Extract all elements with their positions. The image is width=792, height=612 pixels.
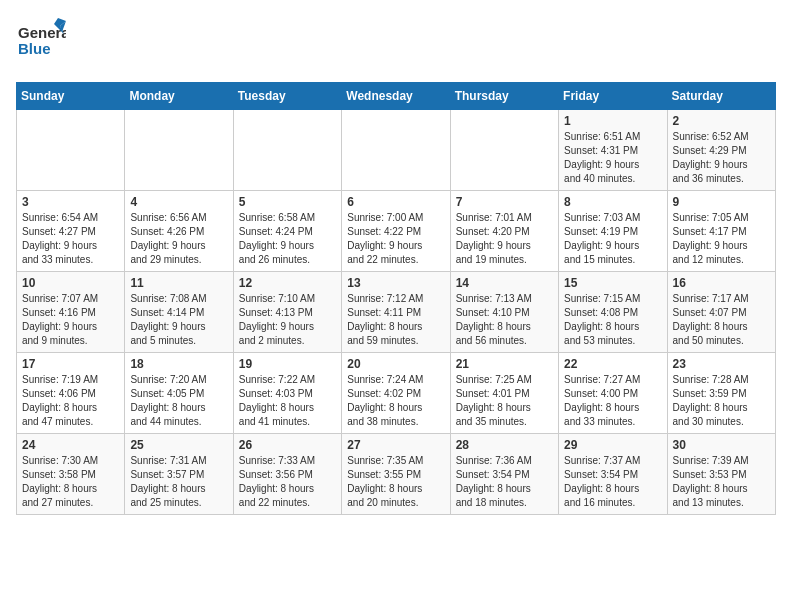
day-number: 19 bbox=[239, 357, 336, 371]
day-info: Sunrise: 6:52 AM Sunset: 4:29 PM Dayligh… bbox=[673, 130, 770, 186]
day-number: 9 bbox=[673, 195, 770, 209]
day-number: 29 bbox=[564, 438, 661, 452]
day-cell: 20Sunrise: 7:24 AM Sunset: 4:02 PM Dayli… bbox=[342, 353, 450, 434]
day-info: Sunrise: 7:20 AM Sunset: 4:05 PM Dayligh… bbox=[130, 373, 227, 429]
day-cell: 16Sunrise: 7:17 AM Sunset: 4:07 PM Dayli… bbox=[667, 272, 775, 353]
week-row-3: 10Sunrise: 7:07 AM Sunset: 4:16 PM Dayli… bbox=[17, 272, 776, 353]
day-info: Sunrise: 7:05 AM Sunset: 4:17 PM Dayligh… bbox=[673, 211, 770, 267]
day-info: Sunrise: 7:08 AM Sunset: 4:14 PM Dayligh… bbox=[130, 292, 227, 348]
day-number: 16 bbox=[673, 276, 770, 290]
column-header-tuesday: Tuesday bbox=[233, 83, 341, 110]
day-cell bbox=[233, 110, 341, 191]
day-cell: 28Sunrise: 7:36 AM Sunset: 3:54 PM Dayli… bbox=[450, 434, 558, 515]
day-info: Sunrise: 7:13 AM Sunset: 4:10 PM Dayligh… bbox=[456, 292, 553, 348]
column-header-saturday: Saturday bbox=[667, 83, 775, 110]
day-number: 26 bbox=[239, 438, 336, 452]
day-number: 22 bbox=[564, 357, 661, 371]
day-cell: 6Sunrise: 7:00 AM Sunset: 4:22 PM Daylig… bbox=[342, 191, 450, 272]
day-info: Sunrise: 7:37 AM Sunset: 3:54 PM Dayligh… bbox=[564, 454, 661, 510]
day-number: 13 bbox=[347, 276, 444, 290]
day-cell bbox=[17, 110, 125, 191]
day-cell bbox=[342, 110, 450, 191]
day-info: Sunrise: 7:33 AM Sunset: 3:56 PM Dayligh… bbox=[239, 454, 336, 510]
day-cell: 24Sunrise: 7:30 AM Sunset: 3:58 PM Dayli… bbox=[17, 434, 125, 515]
logo-icon: General Blue bbox=[16, 16, 66, 70]
day-cell: 12Sunrise: 7:10 AM Sunset: 4:13 PM Dayli… bbox=[233, 272, 341, 353]
day-number: 1 bbox=[564, 114, 661, 128]
week-row-2: 3Sunrise: 6:54 AM Sunset: 4:27 PM Daylig… bbox=[17, 191, 776, 272]
day-info: Sunrise: 6:54 AM Sunset: 4:27 PM Dayligh… bbox=[22, 211, 119, 267]
day-info: Sunrise: 7:07 AM Sunset: 4:16 PM Dayligh… bbox=[22, 292, 119, 348]
day-number: 6 bbox=[347, 195, 444, 209]
day-cell bbox=[450, 110, 558, 191]
day-number: 8 bbox=[564, 195, 661, 209]
day-info: Sunrise: 7:39 AM Sunset: 3:53 PM Dayligh… bbox=[673, 454, 770, 510]
day-info: Sunrise: 6:58 AM Sunset: 4:24 PM Dayligh… bbox=[239, 211, 336, 267]
day-cell: 17Sunrise: 7:19 AM Sunset: 4:06 PM Dayli… bbox=[17, 353, 125, 434]
day-number: 4 bbox=[130, 195, 227, 209]
day-cell: 22Sunrise: 7:27 AM Sunset: 4:00 PM Dayli… bbox=[559, 353, 667, 434]
day-info: Sunrise: 7:31 AM Sunset: 3:57 PM Dayligh… bbox=[130, 454, 227, 510]
day-number: 5 bbox=[239, 195, 336, 209]
day-cell: 30Sunrise: 7:39 AM Sunset: 3:53 PM Dayli… bbox=[667, 434, 775, 515]
svg-text:Blue: Blue bbox=[18, 40, 51, 57]
day-cell: 1Sunrise: 6:51 AM Sunset: 4:31 PM Daylig… bbox=[559, 110, 667, 191]
week-row-4: 17Sunrise: 7:19 AM Sunset: 4:06 PM Dayli… bbox=[17, 353, 776, 434]
day-info: Sunrise: 7:24 AM Sunset: 4:02 PM Dayligh… bbox=[347, 373, 444, 429]
day-cell: 25Sunrise: 7:31 AM Sunset: 3:57 PM Dayli… bbox=[125, 434, 233, 515]
day-cell: 21Sunrise: 7:25 AM Sunset: 4:01 PM Dayli… bbox=[450, 353, 558, 434]
day-number: 7 bbox=[456, 195, 553, 209]
day-cell: 29Sunrise: 7:37 AM Sunset: 3:54 PM Dayli… bbox=[559, 434, 667, 515]
day-info: Sunrise: 7:03 AM Sunset: 4:19 PM Dayligh… bbox=[564, 211, 661, 267]
day-cell: 5Sunrise: 6:58 AM Sunset: 4:24 PM Daylig… bbox=[233, 191, 341, 272]
day-cell: 7Sunrise: 7:01 AM Sunset: 4:20 PM Daylig… bbox=[450, 191, 558, 272]
day-number: 18 bbox=[130, 357, 227, 371]
day-number: 21 bbox=[456, 357, 553, 371]
column-header-wednesday: Wednesday bbox=[342, 83, 450, 110]
day-cell: 27Sunrise: 7:35 AM Sunset: 3:55 PM Dayli… bbox=[342, 434, 450, 515]
day-info: Sunrise: 7:17 AM Sunset: 4:07 PM Dayligh… bbox=[673, 292, 770, 348]
week-row-5: 24Sunrise: 7:30 AM Sunset: 3:58 PM Dayli… bbox=[17, 434, 776, 515]
day-cell: 9Sunrise: 7:05 AM Sunset: 4:17 PM Daylig… bbox=[667, 191, 775, 272]
day-info: Sunrise: 7:19 AM Sunset: 4:06 PM Dayligh… bbox=[22, 373, 119, 429]
day-number: 10 bbox=[22, 276, 119, 290]
day-cell: 19Sunrise: 7:22 AM Sunset: 4:03 PM Dayli… bbox=[233, 353, 341, 434]
day-cell: 18Sunrise: 7:20 AM Sunset: 4:05 PM Dayli… bbox=[125, 353, 233, 434]
day-number: 15 bbox=[564, 276, 661, 290]
day-info: Sunrise: 7:15 AM Sunset: 4:08 PM Dayligh… bbox=[564, 292, 661, 348]
column-header-thursday: Thursday bbox=[450, 83, 558, 110]
day-number: 11 bbox=[130, 276, 227, 290]
day-info: Sunrise: 7:12 AM Sunset: 4:11 PM Dayligh… bbox=[347, 292, 444, 348]
day-info: Sunrise: 7:22 AM Sunset: 4:03 PM Dayligh… bbox=[239, 373, 336, 429]
day-info: Sunrise: 7:00 AM Sunset: 4:22 PM Dayligh… bbox=[347, 211, 444, 267]
column-header-monday: Monday bbox=[125, 83, 233, 110]
day-cell: 26Sunrise: 7:33 AM Sunset: 3:56 PM Dayli… bbox=[233, 434, 341, 515]
calendar-table: SundayMondayTuesdayWednesdayThursdayFrid… bbox=[16, 82, 776, 515]
day-cell: 2Sunrise: 6:52 AM Sunset: 4:29 PM Daylig… bbox=[667, 110, 775, 191]
day-cell: 15Sunrise: 7:15 AM Sunset: 4:08 PM Dayli… bbox=[559, 272, 667, 353]
week-row-1: 1Sunrise: 6:51 AM Sunset: 4:31 PM Daylig… bbox=[17, 110, 776, 191]
day-cell: 8Sunrise: 7:03 AM Sunset: 4:19 PM Daylig… bbox=[559, 191, 667, 272]
day-number: 24 bbox=[22, 438, 119, 452]
day-number: 2 bbox=[673, 114, 770, 128]
day-number: 27 bbox=[347, 438, 444, 452]
day-number: 12 bbox=[239, 276, 336, 290]
day-number: 20 bbox=[347, 357, 444, 371]
day-cell: 13Sunrise: 7:12 AM Sunset: 4:11 PM Dayli… bbox=[342, 272, 450, 353]
day-number: 14 bbox=[456, 276, 553, 290]
day-info: Sunrise: 7:10 AM Sunset: 4:13 PM Dayligh… bbox=[239, 292, 336, 348]
column-header-friday: Friday bbox=[559, 83, 667, 110]
day-cell: 14Sunrise: 7:13 AM Sunset: 4:10 PM Dayli… bbox=[450, 272, 558, 353]
day-number: 28 bbox=[456, 438, 553, 452]
day-cell: 4Sunrise: 6:56 AM Sunset: 4:26 PM Daylig… bbox=[125, 191, 233, 272]
day-cell bbox=[125, 110, 233, 191]
day-info: Sunrise: 7:27 AM Sunset: 4:00 PM Dayligh… bbox=[564, 373, 661, 429]
day-number: 25 bbox=[130, 438, 227, 452]
day-number: 30 bbox=[673, 438, 770, 452]
day-cell: 11Sunrise: 7:08 AM Sunset: 4:14 PM Dayli… bbox=[125, 272, 233, 353]
day-info: Sunrise: 7:01 AM Sunset: 4:20 PM Dayligh… bbox=[456, 211, 553, 267]
day-number: 3 bbox=[22, 195, 119, 209]
day-cell: 23Sunrise: 7:28 AM Sunset: 3:59 PM Dayli… bbox=[667, 353, 775, 434]
day-cell: 3Sunrise: 6:54 AM Sunset: 4:27 PM Daylig… bbox=[17, 191, 125, 272]
header-row: SundayMondayTuesdayWednesdayThursdayFrid… bbox=[17, 83, 776, 110]
